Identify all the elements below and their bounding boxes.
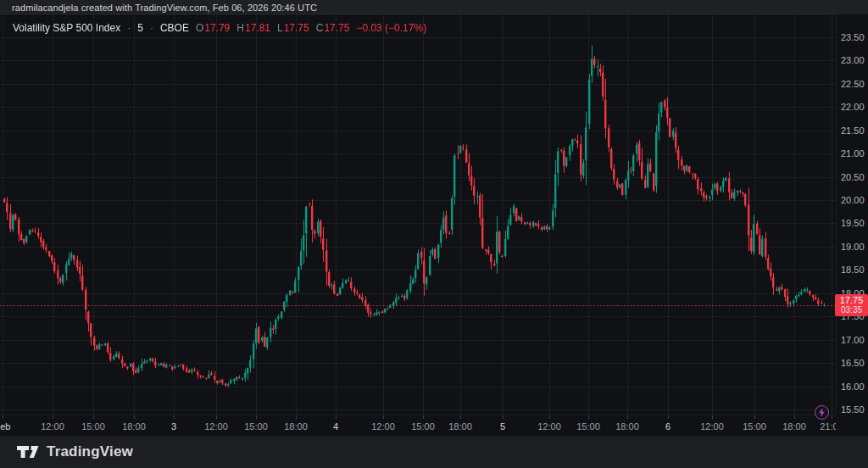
price-axis-label: 19.50 bbox=[841, 218, 865, 228]
time-axis-tick bbox=[627, 415, 628, 419]
time-axis-label: 12:00 bbox=[537, 421, 561, 432]
time-axis-label: 18:00 bbox=[615, 421, 639, 432]
lightning-status-icon[interactable] bbox=[815, 405, 829, 420]
price-axis-label: 21.00 bbox=[841, 148, 865, 159]
chart-pane[interactable] bbox=[0, 14, 836, 415]
tradingview-logo-link[interactable]: TradingView bbox=[17, 443, 133, 460]
attribution-text: radmilacandjela created with TradingView… bbox=[12, 3, 317, 13]
time-axis-label: 12:00 bbox=[371, 421, 395, 432]
time-axis[interactable]: Feb12:0015:0018:00312:0015:0018:00412:00… bbox=[0, 415, 836, 437]
legend-separator: · bbox=[127, 22, 131, 34]
symbol-exchange: CBOE bbox=[160, 22, 189, 34]
axis-corner bbox=[836, 415, 868, 437]
price-axis-label: 16.00 bbox=[841, 382, 865, 392]
price-axis-label: 20.50 bbox=[841, 172, 865, 182]
time-axis-label: 15:00 bbox=[244, 421, 268, 432]
price-axis-label: 22.00 bbox=[841, 102, 865, 112]
last-price-value: 17.75 bbox=[840, 295, 864, 305]
time-axis-tick bbox=[174, 415, 175, 419]
time-axis-tick bbox=[336, 415, 337, 419]
ohlc-low: L17.75 bbox=[277, 22, 309, 34]
time-axis-tick bbox=[754, 415, 755, 419]
time-axis-tick bbox=[3, 415, 3, 419]
price-axis-label: 15.50 bbox=[841, 404, 865, 415]
price-axis-label: 22.50 bbox=[841, 79, 865, 89]
price-axis-label: 18.50 bbox=[841, 265, 865, 275]
time-axis-tick bbox=[668, 415, 669, 419]
time-axis-label: 12:00 bbox=[204, 421, 228, 432]
time-axis-tick bbox=[503, 415, 504, 419]
ohlc-close: C17.75 bbox=[316, 22, 350, 34]
tradingview-brand-text: TradingView bbox=[47, 443, 133, 460]
time-axis-tick bbox=[460, 415, 461, 419]
time-axis-tick bbox=[794, 415, 795, 419]
footer-bar: TradingView bbox=[0, 436, 868, 468]
time-axis-tick bbox=[549, 415, 550, 419]
time-axis-tick bbox=[296, 415, 297, 419]
last-price-badge: 17.75 03:35 bbox=[835, 294, 868, 316]
price-axis-label: 20.00 bbox=[841, 195, 865, 205]
time-axis-tick bbox=[134, 415, 135, 419]
price-axis[interactable]: 23.5023.0022.5022.0021.5021.0020.5020.00… bbox=[836, 14, 868, 415]
symbol-interval: 5 bbox=[137, 22, 143, 34]
time-axis-tick bbox=[53, 415, 53, 419]
time-axis-tick bbox=[423, 415, 424, 419]
symbol-title: Volatility S&P 500 Index bbox=[13, 22, 120, 34]
ohlc-high: H17.81 bbox=[236, 22, 270, 34]
time-axis-label: 12:00 bbox=[41, 421, 64, 432]
change-value: −0.03 (−0.17%) bbox=[356, 22, 426, 34]
bar-countdown: 03:35 bbox=[841, 305, 862, 315]
symbol-legend[interactable]: Volatility S&P 500 Index · 5 · CBOE O17.… bbox=[13, 22, 426, 34]
time-axis-label: 18:00 bbox=[284, 421, 308, 432]
time-axis-label: 18:00 bbox=[122, 421, 146, 432]
time-axis-label: 12:00 bbox=[700, 421, 724, 432]
price-axis-label: 23.00 bbox=[841, 55, 865, 65]
price-axis-label: 17.00 bbox=[841, 335, 865, 345]
time-axis-tick bbox=[93, 415, 94, 419]
price-axis-label: 21.50 bbox=[841, 125, 865, 136]
time-axis-tick bbox=[256, 415, 257, 419]
time-axis-label: 15:00 bbox=[743, 421, 766, 432]
time-axis-label: Feb bbox=[0, 421, 10, 432]
time-axis-label: 3 bbox=[171, 421, 176, 432]
time-axis-label: 21:00 bbox=[820, 421, 836, 432]
time-axis-label: 15:00 bbox=[411, 421, 435, 432]
time-axis-tick bbox=[588, 415, 589, 419]
ohlc-open: O17.79 bbox=[196, 22, 230, 34]
time-axis-label: 15:00 bbox=[81, 421, 105, 432]
price-axis-label: 16.50 bbox=[841, 358, 865, 368]
price-axis-label: 19.00 bbox=[841, 242, 865, 252]
time-axis-label: 18:00 bbox=[448, 421, 472, 432]
candlestick-canvas[interactable] bbox=[0, 14, 836, 415]
time-axis-label: 18:00 bbox=[782, 421, 806, 432]
legend-separator: · bbox=[150, 22, 153, 34]
lightning-bolt-glyph bbox=[818, 408, 826, 417]
time-axis-tick bbox=[383, 415, 384, 419]
time-axis-label: 15:00 bbox=[576, 421, 600, 432]
time-axis-tick bbox=[712, 415, 713, 419]
time-axis-tick bbox=[216, 415, 217, 419]
tradingview-logo-icon bbox=[17, 446, 39, 459]
time-axis-label: 5 bbox=[500, 421, 505, 432]
tradingview-snapshot: radmilacandjela created with TradingView… bbox=[0, 0, 868, 468]
time-axis-tick bbox=[832, 415, 832, 419]
price-axis-label: 23.50 bbox=[841, 32, 865, 42]
time-axis-label: 4 bbox=[333, 421, 338, 432]
time-axis-label: 6 bbox=[665, 421, 670, 432]
